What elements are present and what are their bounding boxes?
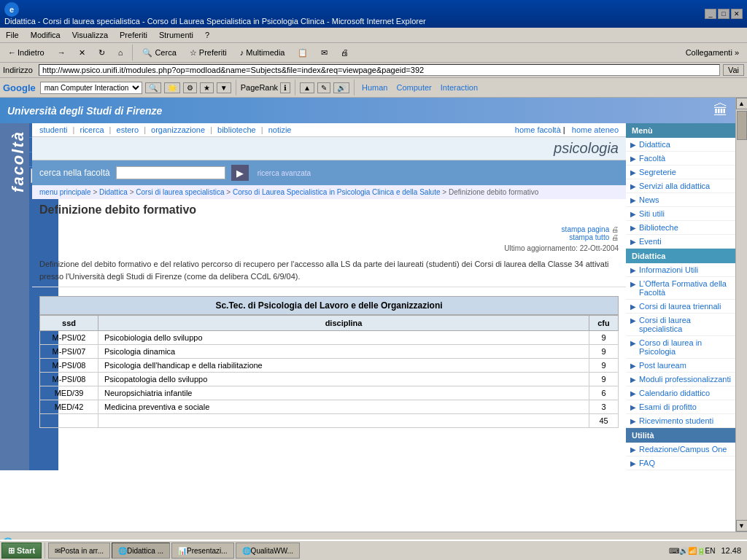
google-logo: Google bbox=[3, 82, 36, 93]
taskbar-didattica[interactable]: 🌐 Didattica ... bbox=[112, 542, 170, 559]
menu-link-item[interactable]: ▶Didattica bbox=[626, 138, 735, 152]
didattica-link-item[interactable]: ▶Corsi di laurea triennali bbox=[626, 300, 735, 314]
close-button[interactable]: ✕ bbox=[731, 9, 743, 19]
menu-link-item[interactable]: ▶Eventi bbox=[626, 235, 735, 249]
home-facolta-link[interactable]: home facoltà bbox=[515, 125, 561, 134]
url-input[interactable] bbox=[39, 64, 720, 76]
didattica-link-text: L'Offerta Formativa della Facoltà bbox=[639, 279, 731, 297]
multimedia-button[interactable]: ♪ Multimedia bbox=[235, 46, 290, 59]
search-button[interactable]: 🔍 Cerca bbox=[137, 46, 181, 60]
arrow-icon: ▶ bbox=[630, 403, 636, 411]
scroll-thumb[interactable] bbox=[737, 111, 747, 140]
scroll-up-arrow[interactable]: ▲ bbox=[736, 98, 748, 109]
search-input[interactable] bbox=[116, 166, 225, 179]
home-button[interactable]: ⌂ bbox=[113, 46, 128, 59]
nav-estero[interactable]: estero bbox=[117, 125, 139, 134]
back-button[interactable]: ← Indietro bbox=[3, 46, 50, 59]
google-search-button[interactable]: 🔍 bbox=[145, 82, 161, 93]
didattica-link-item[interactable]: ▶Calendario didattico bbox=[626, 386, 735, 400]
page-left-col: facoltà urp chi dove WAI-WCAG 2 bbox=[0, 123, 32, 470]
start-button[interactable]: ⊞ Start bbox=[1, 542, 42, 559]
gtb-icon1[interactable]: ▲ bbox=[300, 82, 314, 93]
menu-file[interactable]: File bbox=[3, 29, 22, 41]
utilita-link-item[interactable]: ▶FAQ bbox=[626, 456, 735, 470]
nav-notizie[interactable]: notizie bbox=[268, 125, 292, 134]
google-more-button[interactable]: ▼ bbox=[217, 82, 231, 93]
utilita-link-text: FAQ bbox=[639, 459, 655, 467]
forward-button[interactable]: → bbox=[53, 46, 71, 59]
arrow-icon: ▶ bbox=[630, 238, 636, 246]
utilita-link-item[interactable]: ▶Redazione/Campus One bbox=[626, 443, 735, 456]
didattica-link-item[interactable]: ▶Ricevimento studenti bbox=[626, 414, 735, 428]
menu-link-item[interactable]: ▶Servizi alla didattica bbox=[626, 179, 735, 193]
nav-organizzazione[interactable]: organizzazione bbox=[151, 125, 205, 134]
search-go-button[interactable]: ▶ bbox=[231, 165, 249, 181]
menu-preferiti[interactable]: Preferiti bbox=[117, 29, 150, 41]
main-page: Università degli Studi di Firenze 🏛 faco… bbox=[0, 98, 735, 532]
didattica-link-item[interactable]: ▶L'Offerta Formativa della Facoltà bbox=[626, 277, 735, 300]
scroll-down-arrow[interactable]: ▼ bbox=[736, 520, 748, 532]
window-title: Didattica - Corsi di laurea specialistic… bbox=[4, 17, 426, 26]
utilita-link-text: Redazione/Campus One bbox=[639, 445, 727, 454]
menu-visualizza[interactable]: Visualizza bbox=[69, 29, 111, 41]
mail-button[interactable]: ✉ bbox=[316, 46, 333, 60]
go-button[interactable]: Vai bbox=[723, 64, 744, 76]
posta-label: Posta in arr... bbox=[61, 547, 104, 555]
didattica-link-item[interactable]: ▶Informazioni Utili bbox=[626, 263, 735, 277]
search-advanced-label: ricerca avanzata bbox=[258, 169, 311, 177]
didattica-link-item[interactable]: ▶Corsi di laurea specialistica bbox=[626, 314, 735, 336]
university-name: Università degli Studi di Firenze bbox=[7, 105, 162, 117]
nav-biblioteche[interactable]: biblioteche bbox=[217, 125, 256, 134]
menu-strumenti[interactable]: Strumenti bbox=[156, 29, 196, 41]
refresh-button[interactable]: ↻ bbox=[93, 46, 110, 60]
didattica-label: Didattica ... bbox=[127, 547, 163, 555]
col-cfu: cfu bbox=[589, 316, 619, 331]
didattica-link-item[interactable]: ▶Moduli professionalizzanti bbox=[626, 373, 735, 386]
pagerank-area: PageRank ℹ bbox=[241, 82, 290, 93]
print-page-link[interactable]: stampa pagina bbox=[562, 225, 610, 233]
menu-link-item[interactable]: ▶Facoltà bbox=[626, 152, 735, 166]
google-news-button[interactable]: 🌟 bbox=[164, 82, 180, 93]
menu-modifica[interactable]: Modifica bbox=[28, 29, 63, 41]
taskbar-posta[interactable]: ✉ Posta in arr... bbox=[48, 542, 110, 559]
bc-corso-psicologia[interactable]: Corso di Laurea Specialistica in Psicolo… bbox=[233, 188, 441, 196]
didattica-link-item[interactable]: ▶Corso di laurea in Psicologia bbox=[626, 336, 735, 359]
gtb-icon2[interactable]: ✎ bbox=[317, 82, 330, 93]
print-button[interactable]: 🖨 bbox=[336, 46, 354, 59]
didattica-link-item[interactable]: ▶Post lauream bbox=[626, 359, 735, 373]
taskbar-qualita[interactable]: 🌐 QualitaWW... bbox=[236, 542, 300, 559]
bc-menu-principale[interactable]: menu principale bbox=[39, 188, 91, 196]
cell-cfu: 9 bbox=[589, 345, 619, 359]
google-bookmark-button[interactable]: ★ bbox=[200, 82, 214, 93]
print-all-link[interactable]: stampa tutto bbox=[569, 233, 609, 241]
cell-ssd: MED/42 bbox=[40, 400, 98, 414]
links-button[interactable]: Collegamenti » bbox=[681, 46, 744, 59]
gtb-icon3[interactable]: 🔊 bbox=[333, 82, 349, 93]
search-bar: cerca nella facoltà ▶ ricerca avanzata bbox=[32, 160, 626, 185]
scrollbar[interactable]: ▲ ▼ bbox=[735, 98, 747, 532]
history-button[interactable]: 📋 bbox=[293, 46, 313, 60]
search-label: cerca nella facoltà bbox=[39, 168, 110, 178]
pagerank-info-button[interactable]: ℹ bbox=[280, 82, 290, 93]
nav-ricerca[interactable]: ricerca bbox=[80, 125, 104, 134]
favorites-button[interactable]: ☆ Preferiti bbox=[185, 46, 232, 60]
minimize-button[interactable]: _ bbox=[705, 9, 716, 19]
didattica-link-text: Corsi di laurea specialistica bbox=[639, 316, 731, 333]
cell-disciplina: Neuropsichiatria infantile bbox=[98, 386, 589, 400]
bc-corsi-specialistica[interactable]: Corsi di laurea specialistica bbox=[136, 188, 224, 196]
taskbar-presentazioni[interactable]: 📊 Presentazi... bbox=[171, 542, 234, 559]
menu-link-item[interactable]: ▶News bbox=[626, 193, 735, 207]
maximize-button[interactable]: □ bbox=[718, 9, 729, 19]
didattica-link-item[interactable]: ▶Esami di profitto bbox=[626, 400, 735, 414]
home-ateneo-link[interactable]: home ateneo bbox=[572, 125, 619, 134]
google-settings-button[interactable]: ⚙ bbox=[183, 82, 197, 93]
menu-link-item[interactable]: ▶Segreterie bbox=[626, 166, 735, 179]
menu-help[interactable]: ? bbox=[202, 29, 212, 41]
bc-didattica[interactable]: Didattica bbox=[99, 188, 128, 196]
menu-link-item[interactable]: ▶Siti utili bbox=[626, 207, 735, 221]
nav-studenti[interactable]: studenti bbox=[39, 125, 68, 134]
menu-link-item[interactable]: ▶Biblioteche bbox=[626, 221, 735, 235]
titlebar-controls[interactable]: _ □ ✕ bbox=[705, 9, 743, 19]
google-search-select[interactable]: man Computer Interaction bbox=[40, 82, 142, 94]
stop-button[interactable]: ✕ bbox=[74, 46, 90, 60]
